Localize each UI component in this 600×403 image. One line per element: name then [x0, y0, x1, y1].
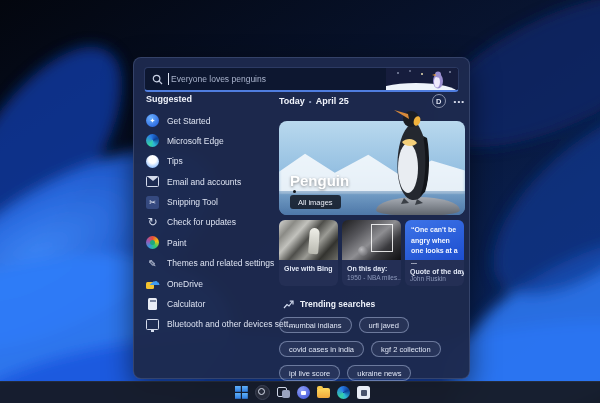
- trending-pill[interactable]: ipl live score: [279, 365, 340, 381]
- envelope-icon: [146, 175, 159, 188]
- trending-header: Trending searches: [283, 299, 465, 309]
- more-options-button[interactable]: •••: [454, 97, 465, 106]
- trending-up-icon: [283, 300, 294, 309]
- trending-pill[interactable]: urfi javed: [359, 317, 409, 333]
- sidebar-item-label: Calculator: [167, 299, 205, 309]
- sidebar-item-label: Check for updates: [167, 217, 236, 227]
- sidebar-item-themes[interactable]: Themes and related settings: [146, 257, 274, 270]
- hero-card-penguin[interactable]: Penguin All images: [279, 121, 465, 215]
- basketball: [358, 246, 368, 256]
- taskbar-icons: [235, 382, 370, 403]
- sidebar-item-label: Bluetooth and other devices sett...: [167, 319, 296, 329]
- card-on-this-day[interactable]: On this day: 1950 - NBA miles...: [342, 220, 401, 286]
- quote-text: “One can't be angry when one looks at a …: [411, 225, 459, 267]
- sidebar-item-calculator[interactable]: Calculator: [146, 298, 274, 311]
- card-quote-of-the-day[interactable]: “One can't be angry when one looks at a …: [405, 220, 464, 286]
- sidebar-item-label: OneDrive: [167, 279, 203, 289]
- today-label: Today: [279, 96, 305, 106]
- on-this-day-image: [342, 220, 401, 260]
- sidebar-item-get-started[interactable]: Get Started: [146, 114, 274, 127]
- trending-pill[interactable]: ukraine news: [347, 365, 411, 381]
- sidebar-item-label: Get Started: [167, 116, 210, 126]
- search-flyout: Suggested Get Started Microsoft Edge Tip…: [133, 57, 470, 379]
- all-images-button[interactable]: All images: [290, 195, 341, 209]
- sidebar-item-label: Paint: [167, 238, 186, 248]
- taskbar-search-icon[interactable]: [255, 385, 270, 400]
- sidebar-item-label: Snipping Tool: [167, 197, 218, 207]
- text-caret: [168, 73, 169, 85]
- onedrive-cloud-icon: [146, 277, 159, 290]
- bing-daily-panel: Today • April 25 D •••: [279, 94, 465, 381]
- sidebar-item-label: Themes and related settings: [167, 258, 274, 268]
- suggested-list: Suggested Get Started Microsoft Edge Tip…: [146, 94, 274, 338]
- task-view-icon[interactable]: [277, 386, 290, 399]
- penguin-image: [384, 108, 438, 208]
- sidebar-item-label: Microsoft Edge: [167, 136, 224, 146]
- sidebar-item-label: Email and accounts: [167, 177, 241, 187]
- sidebar-item-email-accounts[interactable]: Email and accounts: [146, 175, 274, 188]
- trending-pills: mumbai indians urfi javed covid cases in…: [279, 317, 465, 381]
- sidebar-item-onedrive[interactable]: OneDrive: [146, 277, 274, 290]
- pencil-icon: [146, 257, 159, 270]
- sidebar-item-microsoft-edge[interactable]: Microsoft Edge: [146, 134, 274, 147]
- edge-icon: [146, 134, 159, 147]
- start-button-icon[interactable]: [235, 386, 248, 399]
- file-explorer-icon[interactable]: [317, 388, 330, 398]
- get-started-icon: [146, 114, 159, 127]
- chat-icon[interactable]: [297, 386, 310, 399]
- card-subcaption: 1950 - NBA miles...: [342, 272, 401, 281]
- dot-separator: •: [309, 97, 312, 106]
- hero-title: Penguin: [290, 172, 349, 189]
- daily-cards-row: Give with Bing On this day: 1950 - NBA m…: [279, 220, 465, 286]
- carousel-dot: [293, 190, 296, 193]
- card-caption: Give with Bing: [279, 260, 338, 272]
- edge-browser-icon[interactable]: [337, 386, 350, 399]
- quote-image: “One can't be angry when one looks at a …: [405, 220, 464, 260]
- suggested-heading: Suggested: [146, 94, 274, 104]
- sidebar-item-paint[interactable]: Paint: [146, 236, 274, 249]
- give-with-bing-image: [279, 220, 338, 260]
- sidebar-item-tips[interactable]: Tips: [146, 155, 274, 168]
- card-caption: On this day:: [342, 260, 401, 272]
- trending-pill[interactable]: mumbai indians: [279, 317, 352, 333]
- trending-pill[interactable]: kgf 2 collection: [371, 341, 441, 357]
- store-app-icon[interactable]: [357, 386, 370, 399]
- sidebar-item-check-updates[interactable]: Check for updates: [146, 216, 274, 229]
- scissors-icon: [146, 196, 159, 209]
- trending-title: Trending searches: [300, 299, 375, 309]
- search-bar[interactable]: [144, 67, 459, 92]
- penguin-illustration-icon: [386, 68, 458, 90]
- daily-header: Today • April 25 D •••: [279, 94, 465, 108]
- sidebar-item-label: Tips: [167, 156, 183, 166]
- refresh-icon: [146, 216, 159, 229]
- search-icon: [152, 74, 163, 85]
- taskbar: [0, 381, 600, 403]
- palette-icon: [146, 236, 159, 249]
- monitor-icon: [146, 318, 159, 331]
- sidebar-item-snipping-tool[interactable]: Snipping Tool: [146, 196, 274, 209]
- calculator-icon: [146, 298, 159, 311]
- photo-frame: [371, 224, 393, 252]
- lightbulb-icon: [146, 155, 159, 168]
- date-label: April 25: [316, 96, 349, 106]
- trending-section: Trending searches mumbai indians urfi ja…: [279, 299, 465, 381]
- d-badge[interactable]: D: [432, 94, 446, 108]
- trending-pill[interactable]: covid cases in india: [279, 341, 364, 357]
- sidebar-item-bluetooth-devices[interactable]: Bluetooth and other devices sett...: [146, 318, 274, 331]
- desktop: Suggested Get Started Microsoft Edge Tip…: [0, 0, 600, 403]
- card-subcaption: John Ruskin: [405, 273, 451, 282]
- card-give-with-bing[interactable]: Give with Bing: [279, 220, 338, 286]
